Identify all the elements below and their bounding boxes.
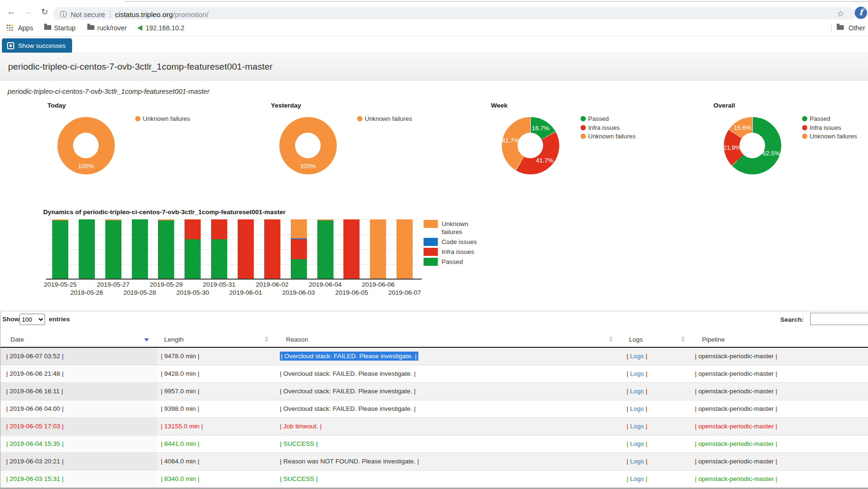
legend-swatch [424, 248, 438, 256]
table-row: | 2019-06-03 20:21 || 4064.0 min || Reas… [0, 453, 868, 471]
x-axis-label: 2019-06-03 [275, 289, 323, 296]
cell-reason: | SUCCESS | [280, 471, 318, 488]
bar-segment [291, 259, 307, 279]
cell-length: | 8340.0 min | [161, 471, 199, 488]
x-axis-label: 2019-05-30 [169, 289, 216, 296]
legend-swatch [424, 258, 438, 266]
donut-hole [739, 133, 765, 158]
donut-hole [295, 133, 321, 158]
stacked-bar [264, 219, 280, 279]
delimiter: | [644, 440, 647, 447]
bar-segment [291, 239, 307, 259]
cell-pipeline: | openstack-periodic-master | [695, 471, 777, 488]
cell-logs: | Logs | [627, 471, 647, 488]
logs-link[interactable]: Logs [630, 353, 644, 360]
slice-value-label: 62.5% [762, 150, 780, 157]
table-row: | 2019-06-07 03:52 || 9478.0 min || Over… [0, 348, 868, 365]
x-axis-label: 2019-06-02 [249, 281, 296, 288]
legend-label: Infra issues [588, 124, 619, 131]
search-input[interactable] [810, 313, 868, 325]
column-header-length[interactable]: Length [164, 332, 184, 347]
cell-reason: | Job timeout. | [280, 418, 322, 435]
legend-label: Code issues [442, 238, 480, 246]
stacked-bar [79, 219, 95, 279]
legend-label: Infra issues [810, 124, 841, 131]
delimiter: | [644, 405, 647, 412]
column-header-pipeline[interactable]: Pipeline [702, 332, 725, 347]
sort-icon[interactable] [681, 336, 685, 342]
cell-length: | 8441.0 min | [161, 435, 199, 453]
cell-date: | 2019-06-06 16:11 | [6, 383, 63, 400]
bar-segment [317, 220, 333, 279]
delimiter: | [644, 475, 647, 482]
bar-segment [158, 220, 174, 279]
table-row: | 2019-06-06 21:48 || 9428.0 min || Over… [0, 365, 868, 383]
stacked-bar [343, 219, 360, 279]
slice-value-label: 16.7% [532, 124, 549, 131]
cell-pipeline: | openstack-periodic-master | [695, 418, 777, 435]
legend-label: Infra issues [442, 248, 480, 256]
slice-value-label: 21.9% [723, 144, 741, 151]
logs-link[interactable]: Logs [630, 475, 644, 482]
logs-link[interactable]: Logs [630, 370, 644, 377]
cell-logs: | Logs | [627, 383, 647, 400]
x-axis-label: 2019-05-26 [63, 289, 111, 296]
legend-dot [357, 116, 362, 121]
cell-reason: | Overcloud stack: FAILED. Please invest… [280, 400, 416, 417]
cell-date: | 2019-06-05 17:03 | [6, 418, 64, 435]
x-axis-label: 2019-06-04 [302, 281, 349, 288]
logs-link[interactable]: Logs [630, 440, 644, 447]
bar-segment [52, 220, 68, 279]
stacked-bar [185, 219, 201, 279]
legend-dot [581, 134, 586, 139]
cell-length: | 9478.0 min | [161, 348, 199, 365]
x-axis-label: 2019-06-06 [354, 281, 402, 288]
bar-segment [185, 219, 201, 239]
sort-icon[interactable] [265, 336, 268, 342]
cell-reason: | SUCCESS | [280, 435, 318, 453]
cell-logs: | Logs | [627, 453, 647, 470]
x-axis-label: 2019-06-01 [222, 289, 269, 296]
legend-label: Unknown failures [442, 220, 480, 236]
cell-date: | 2019-06-06 04:00 | [6, 400, 64, 417]
table-row: | 2019-06-06 16:11 || 9957.0 min || Over… [0, 383, 868, 400]
table-body: | 2019-06-07 03:52 || 9478.0 min || Over… [0, 348, 868, 488]
column-header-date[interactable]: Date [10, 332, 24, 347]
x-axis-label: 2019-06-05 [328, 289, 375, 296]
column-header-logs[interactable]: Logs [629, 332, 643, 347]
donut-title-today: Today [47, 102, 66, 109]
logs-link[interactable]: Logs [630, 405, 644, 412]
sort-desc-icon[interactable] [144, 338, 149, 342]
sort-icon[interactable] [609, 336, 613, 342]
table-row: | 2019-06-04 15:35 || 8441.0 min || SUCC… [0, 435, 868, 453]
cell-logs: | Logs | [627, 365, 647, 382]
logs-link[interactable]: Logs [630, 423, 644, 430]
legend-label: Unknown failures [810, 133, 857, 140]
bar-segment [238, 219, 254, 279]
legend-label: Unknown failures [588, 133, 636, 140]
logs-link[interactable]: Logs [630, 458, 644, 465]
stacked-bar [370, 219, 386, 279]
cell-length: | 13155.0 min | [161, 418, 203, 435]
bar-chart-plot [47, 219, 418, 279]
entries-select[interactable]: 100 [19, 314, 45, 325]
cell-pipeline: | openstack-periodic-master | [695, 453, 777, 470]
legend-label: Passed [810, 115, 830, 122]
legend-label: Unknown failures [365, 115, 412, 122]
delimiter: | [644, 370, 647, 377]
legend-dot [581, 125, 586, 130]
bar-segment [211, 219, 227, 239]
stacked-bar [105, 219, 121, 279]
delimiter: | [644, 388, 647, 395]
cell-length: | 9398.0 min | [161, 400, 199, 417]
column-header-reason[interactable]: Reason [286, 332, 308, 347]
slice-value-label: 15.6% [734, 124, 751, 131]
donut-title-week: Week [491, 102, 508, 109]
bar-segment [264, 219, 280, 279]
legend-dot [135, 116, 140, 121]
search-label: Search: [780, 316, 804, 323]
bar-segment [370, 219, 386, 279]
bar-segment [291, 219, 307, 238]
donut-hole [517, 133, 543, 158]
logs-link[interactable]: Logs [630, 388, 644, 395]
